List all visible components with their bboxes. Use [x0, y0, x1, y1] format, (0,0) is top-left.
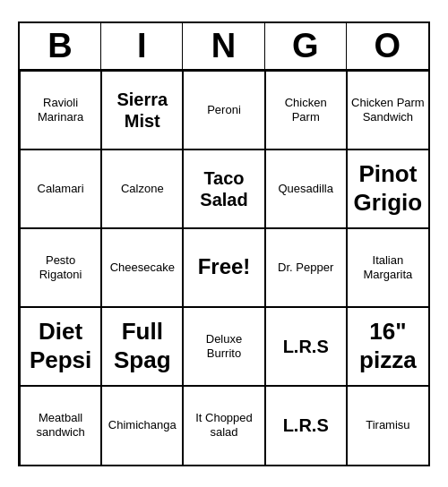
header-letter: B: [20, 23, 101, 69]
header-letter: O: [347, 23, 428, 69]
bingo-cell: Calzone: [101, 150, 183, 228]
bingo-cell: Diet Pepsi: [20, 307, 101, 386]
bingo-header: BINGO: [20, 23, 428, 71]
bingo-cell: Italian Margarita: [347, 228, 428, 307]
bingo-cell: Pesto Rigatoni: [20, 228, 101, 307]
bingo-grid: Ravioli MarinaraSierra MistPeroniChicken…: [20, 71, 428, 465]
header-letter: N: [183, 23, 264, 69]
bingo-cell: It Chopped salad: [183, 386, 264, 465]
bingo-cell: Quesadilla: [265, 150, 347, 228]
header-letter: I: [101, 23, 183, 69]
bingo-cell: Chicken Parm: [265, 71, 347, 150]
bingo-cell: Deluxe Burrito: [183, 307, 264, 386]
header-letter: G: [265, 23, 347, 69]
bingo-cell: Chimichanga: [101, 386, 183, 465]
bingo-cell: L.R.S: [265, 386, 347, 465]
bingo-cell: Meatball sandwich: [20, 386, 101, 465]
bingo-cell: L.R.S: [265, 307, 347, 386]
bingo-cell: Dr. Pepper: [265, 228, 347, 307]
bingo-cell: Ravioli Marinara: [20, 71, 101, 150]
bingo-cell: Cheesecake: [101, 228, 183, 307]
bingo-cell: Peroni: [183, 71, 264, 150]
bingo-cell: Pinot Grigio: [347, 150, 428, 228]
bingo-cell: Chicken Parm Sandwich: [347, 71, 428, 150]
bingo-cell: Free!: [183, 228, 264, 307]
bingo-cell: Taco Salad: [183, 150, 264, 228]
bingo-card: BINGO Ravioli MarinaraSierra MistPeroniC…: [18, 21, 430, 466]
bingo-cell: Calamari: [20, 150, 101, 228]
bingo-cell: Sierra Mist: [101, 71, 183, 150]
bingo-cell: 16" pizza: [347, 307, 428, 386]
bingo-cell: Tiramisu: [347, 386, 428, 465]
bingo-cell: Full Spag: [101, 307, 183, 386]
